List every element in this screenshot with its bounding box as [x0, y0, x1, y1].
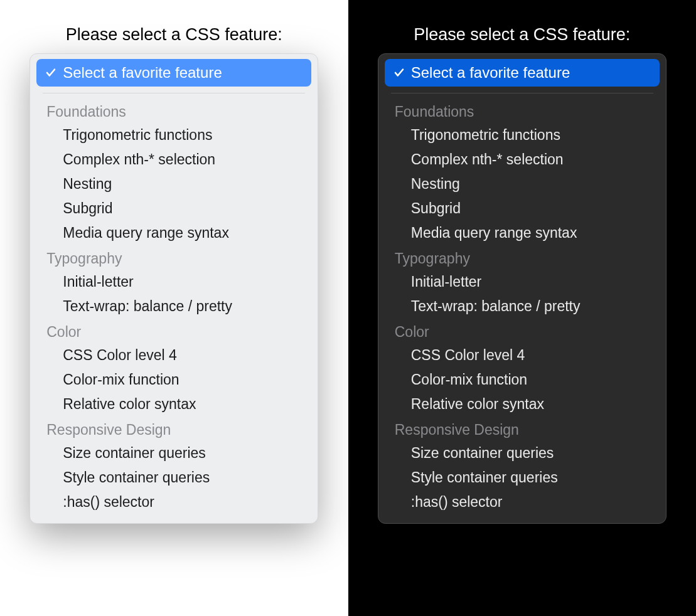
checkmark-icon	[394, 67, 405, 78]
option-group-label: Typography	[36, 245, 311, 270]
option-group-label: Typography	[385, 245, 660, 270]
option-group-label: Color	[36, 319, 311, 343]
select-option[interactable]: Complex nth-* selection	[36, 147, 311, 172]
select-option[interactable]: Text-wrap: balance / pretty	[36, 294, 311, 319]
select-option[interactable]: :has() selector	[36, 490, 311, 514]
select-option[interactable]: Color-mix function	[385, 368, 660, 392]
select-option[interactable]: Color-mix function	[36, 368, 311, 392]
selected-option-label: Select a favorite feature	[63, 64, 222, 82]
prompt-label-light: Please select a CSS feature:	[66, 25, 282, 45]
select-menu-light[interactable]: Select a favorite feature FoundationsTri…	[29, 53, 318, 524]
option-group-label: Responsive Design	[36, 417, 311, 441]
select-option[interactable]: Complex nth-* selection	[385, 147, 660, 172]
selected-option-label: Select a favorite feature	[411, 64, 570, 82]
selected-option-row-light[interactable]: Select a favorite feature	[36, 59, 311, 87]
dark-mode-pane: Please select a CSS feature: Select a fa…	[348, 0, 697, 616]
select-option[interactable]: Initial-letter	[36, 270, 311, 294]
select-option[interactable]: Text-wrap: balance / pretty	[385, 294, 660, 319]
select-option[interactable]: Style container queries	[36, 465, 311, 490]
light-mode-pane: Please select a CSS feature: Select a fa…	[0, 0, 348, 616]
option-groups-dark: FoundationsTrigonometric functionsComple…	[385, 98, 660, 514]
selected-option-row-dark[interactable]: Select a favorite feature	[385, 59, 660, 87]
select-option[interactable]: Initial-letter	[385, 270, 660, 294]
option-group-label: Foundations	[36, 98, 311, 123]
menu-divider	[43, 93, 305, 93]
select-option[interactable]: Nesting	[36, 172, 311, 196]
select-option[interactable]: Media query range syntax	[385, 221, 660, 245]
select-option[interactable]: Relative color syntax	[385, 392, 660, 417]
select-option[interactable]: Trigonometric functions	[36, 123, 311, 147]
menu-divider	[391, 93, 653, 93]
select-option[interactable]: Relative color syntax	[36, 392, 311, 417]
select-option[interactable]: CSS Color level 4	[385, 343, 660, 368]
select-option[interactable]: Size container queries	[36, 441, 311, 465]
select-option[interactable]: Style container queries	[385, 465, 660, 490]
select-option[interactable]: Nesting	[385, 172, 660, 196]
select-option[interactable]: Trigonometric functions	[385, 123, 660, 147]
option-group-label: Responsive Design	[385, 417, 660, 441]
select-option[interactable]: Size container queries	[385, 441, 660, 465]
checkmark-icon	[45, 67, 56, 78]
option-group-label: Foundations	[385, 98, 660, 123]
prompt-label-dark: Please select a CSS feature:	[414, 25, 630, 45]
select-option[interactable]: Subgrid	[36, 196, 311, 221]
select-option[interactable]: Media query range syntax	[36, 221, 311, 245]
select-menu-dark[interactable]: Select a favorite feature FoundationsTri…	[378, 53, 667, 524]
select-option[interactable]: :has() selector	[385, 490, 660, 514]
option-group-label: Color	[385, 319, 660, 343]
option-groups-light: FoundationsTrigonometric functionsComple…	[36, 98, 311, 514]
select-option[interactable]: CSS Color level 4	[36, 343, 311, 368]
select-option[interactable]: Subgrid	[385, 196, 660, 221]
